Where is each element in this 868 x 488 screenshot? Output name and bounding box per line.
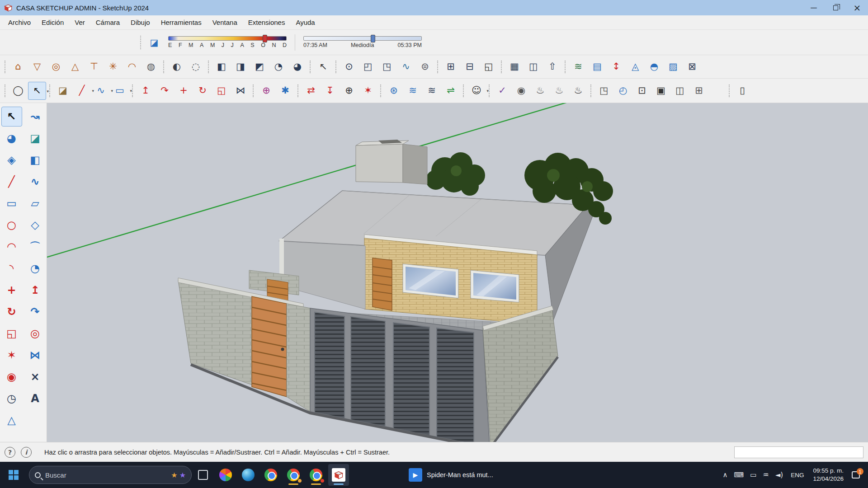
keyboard-icon[interactable]: ⌨ [734, 471, 744, 479]
funnel-tool-icon[interactable]: ▽ [28, 58, 46, 76]
grid-table-icon[interactable]: ▦ [505, 58, 524, 76]
person-icon[interactable]: ☺▾ [467, 82, 486, 100]
language-indicator[interactable]: ENG [791, 472, 804, 479]
shadow-settings-icon[interactable]: ◪ [146, 35, 162, 50]
teapot-2-icon[interactable]: ♨ [550, 82, 568, 100]
grid-diagonal-icon[interactable]: ▨ [664, 58, 682, 76]
bucket-tool[interactable]: ◧ [25, 150, 46, 170]
geo-location-icon[interactable]: ⊛ [385, 82, 403, 100]
pinwheel-app-button[interactable] [215, 464, 236, 486]
minimize-button[interactable]: — [803, 0, 825, 15]
cone-tool-icon[interactable]: △ [66, 58, 84, 76]
new-document-icon[interactable]: ▯ [733, 82, 751, 100]
shadow-date-handle[interactable] [263, 35, 267, 42]
box-lift-icon[interactable]: ⇧ [543, 58, 561, 76]
sphere-tool-icon[interactable]: ◍ [142, 58, 160, 76]
select-tool-icon[interactable]: ↖▾ [28, 82, 46, 100]
menu-ver[interactable]: Ver [69, 15, 90, 29]
three-point-arc-tool[interactable]: ◝ [1, 258, 22, 278]
polygon-tool[interactable]: ◇ [25, 215, 46, 235]
plan-sheet-icon[interactable]: ◱ [480, 58, 498, 76]
move-tool[interactable]: + [1, 280, 22, 300]
dropdown-arrow[interactable]: ▾ [47, 89, 49, 94]
grid-box-icon[interactable]: ⊞ [442, 58, 460, 76]
scale-tool-icon[interactable]: ◱ [212, 82, 231, 100]
teapot-1-icon[interactable]: ♨ [531, 82, 549, 100]
swirl-tool-icon[interactable]: ✱ [276, 82, 294, 100]
swap-arrows-icon[interactable]: ⇌ [442, 82, 460, 100]
drape-tool-icon[interactable]: ⊜ [416, 58, 434, 76]
style-sphere-2-icon[interactable]: ◕ [288, 58, 307, 76]
teapot-dark-icon[interactable]: ♨ [569, 82, 587, 100]
star-tool-icon[interactable]: ✳ [104, 58, 122, 76]
hidden-icons-caret[interactable]: ∧ [722, 471, 727, 479]
select-tool[interactable]: ↖ [1, 107, 22, 127]
menu-camara[interactable]: Cámara [90, 15, 125, 29]
task-view-button[interactable] [193, 464, 213, 486]
scale-tool[interactable]: ◱ [1, 324, 22, 343]
mirror-tool-icon[interactable]: ⋈ [231, 82, 250, 100]
rotate-tool[interactable]: ↻ [1, 302, 22, 322]
menu-dibujo[interactable]: Dibujo [125, 15, 156, 29]
close-button[interactable]: × [846, 0, 868, 15]
notification-center-button[interactable]: 1 [848, 467, 863, 483]
style-sphere-1-icon[interactable]: ◔ [269, 58, 288, 76]
axes-tool[interactable]: ✶ [1, 345, 22, 365]
two-point-arc-tool[interactable]: ⌒ [25, 237, 46, 257]
freehand-tool-icon[interactable]: ∿▾ [92, 82, 110, 100]
wave-tool-icon[interactable]: ∿ [397, 58, 415, 76]
restore-button[interactable] [825, 0, 846, 15]
arc-tool[interactable]: ◠ [1, 237, 22, 257]
lock-frame-icon[interactable]: ⊞ [690, 82, 708, 100]
section-box-icon[interactable]: ⊟ [461, 58, 479, 76]
camera-goggles-icon[interactable]: ⊙ [340, 58, 358, 76]
sandbox-tool[interactable]: △ [1, 410, 22, 430]
menu-ayuda[interactable]: Ayuda [290, 15, 320, 29]
dimension-tool[interactable]: × [25, 367, 46, 387]
slide-panel-icon[interactable]: ◫ [671, 82, 689, 100]
rectangle-tool[interactable]: ▭ [1, 193, 22, 213]
menu-edicion[interactable]: Edición [36, 15, 69, 29]
circle-tool[interactable]: ○ [1, 215, 22, 235]
media-player-button[interactable]: ▶ Spider-Man está mut... [404, 464, 498, 486]
edge-button[interactable] [238, 464, 259, 486]
frame-export-icon[interactable]: ◳ [595, 82, 613, 100]
start-button[interactable] [0, 462, 27, 488]
follow-me-tool[interactable]: ↷ [25, 302, 46, 322]
rotated-rectangle-tool[interactable]: ▱ [25, 193, 46, 213]
hand-cursor-icon[interactable]: ↖ [314, 58, 332, 76]
eraser-tool-icon[interactable]: ◪ [54, 82, 72, 100]
torus-tool-icon[interactable]: ◎ [47, 58, 65, 76]
dome-terrain-icon[interactable]: ◓ [645, 58, 663, 76]
volume-icon[interactable]: ◄) [775, 471, 783, 479]
view-top-icon[interactable]: ◨ [231, 58, 250, 76]
pattern-circle-icon[interactable]: ◉ [512, 82, 530, 100]
clock-history-icon[interactable]: ◴ [614, 82, 632, 100]
layers-stack-icon[interactable]: ≋ [404, 82, 422, 100]
view-iso-icon[interactable]: ◧ [212, 58, 231, 76]
protractor-tool[interactable]: ◷ [1, 389, 22, 408]
terrain-wave-icon[interactable]: ≋ [569, 58, 587, 76]
line-tool[interactable]: ╱ [1, 172, 22, 192]
sketchup-taskbar-button[interactable] [328, 464, 349, 486]
rectangle-tool-icon[interactable]: ▭▾ [111, 82, 129, 100]
layout-frames-icon[interactable]: ◫ [524, 58, 542, 76]
eraser-tool[interactable]: ◪ [25, 128, 46, 148]
dome-tool-icon[interactable]: ◠ [123, 58, 141, 76]
taskbar-search[interactable]: ★ ★ [29, 466, 192, 484]
clock[interactable]: 09:55 p. m. 12/04/2026 [813, 467, 844, 483]
info-icon[interactable]: i [21, 447, 32, 458]
flip-vertical-icon[interactable]: ↕ [607, 58, 625, 76]
menu-ventana[interactable]: Ventana [207, 15, 243, 29]
zoom-tool-icon[interactable]: ◯ [9, 82, 27, 100]
text-tool[interactable]: A [25, 389, 46, 408]
shadow-time-slider[interactable] [303, 36, 422, 41]
layers-stack-2-icon[interactable]: ≋ [423, 82, 441, 100]
menu-herramientas[interactable]: Herramientas [156, 15, 207, 29]
push-pull-tool-icon[interactable]: ↥ [137, 82, 155, 100]
rotate-tool-icon[interactable]: ↻ [193, 82, 212, 100]
face-style-xray-icon[interactable]: ◌ [187, 58, 205, 76]
viewport-3d-model[interactable] [47, 103, 868, 442]
lasso-tool[interactable]: ↝ [25, 107, 46, 127]
toolbar-drag-handle[interactable] [140, 36, 143, 49]
